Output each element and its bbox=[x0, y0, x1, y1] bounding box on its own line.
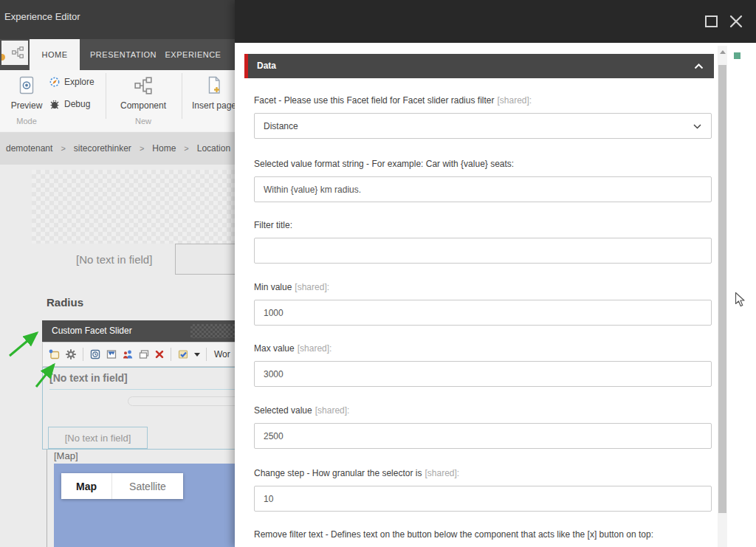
close-icon[interactable] bbox=[728, 13, 744, 30]
new-group-label: New bbox=[124, 117, 162, 125]
maximize-button[interactable] bbox=[705, 16, 718, 27]
shared-tag: [shared]: bbox=[425, 468, 459, 478]
scrollbar-thumb[interactable] bbox=[718, 65, 726, 513]
selected-option: Distance bbox=[264, 121, 298, 131]
mode-group-label: Mode bbox=[7, 117, 46, 125]
field-max-value: Max value[shared]: bbox=[254, 341, 712, 387]
breadcrumb-item[interactable]: sitecorethinker bbox=[74, 143, 131, 154]
field-label: Remove filter text - Defines text on the… bbox=[254, 529, 653, 540]
tab-experience[interactable]: EXPERIENCE bbox=[164, 39, 222, 70]
window-title: Experience Editor bbox=[4, 11, 80, 22]
ribbon-separator bbox=[106, 73, 106, 119]
field-label: Min value bbox=[254, 282, 292, 292]
debug-label: Debug bbox=[64, 99, 90, 109]
field-min-value: Min value[shared]: bbox=[254, 280, 712, 326]
shared-tag: [shared]: bbox=[497, 95, 532, 106]
data-section-header[interactable]: Data bbox=[244, 54, 714, 78]
max-value-input[interactable] bbox=[254, 361, 712, 387]
scroll-marker bbox=[734, 52, 740, 59]
preview-icon bbox=[4, 74, 49, 97]
screen: Experience Editor HOME PRESENTATION EXPE… bbox=[0, 0, 756, 547]
map-button[interactable]: Map bbox=[61, 473, 111, 499]
explore-icon bbox=[49, 76, 61, 88]
arrow-up-icon bbox=[720, 50, 726, 54]
field-change-step: Change step - How granular the selector … bbox=[254, 466, 712, 512]
field-filter-title: Filter title: bbox=[254, 218, 712, 264]
explore-button[interactable]: Explore bbox=[49, 76, 94, 88]
insert-page-icon bbox=[188, 74, 240, 97]
field-facet: Facet - Please use this Facet field for … bbox=[254, 93, 712, 139]
field-label: Max value bbox=[254, 343, 295, 354]
select-chevron-icon bbox=[693, 124, 701, 129]
arrow-to-gear-icon bbox=[36, 365, 54, 387]
insert-page-button[interactable]: Insert page bbox=[188, 74, 240, 111]
empty-text-field[interactable]: [No text in field] bbox=[76, 253, 152, 266]
radius-heading: Radius bbox=[47, 296, 83, 309]
dialog-titlebar bbox=[235, 0, 756, 43]
notification-dot-icon bbox=[1, 54, 5, 61]
component-icon bbox=[11, 47, 24, 58]
breadcrumb-item[interactable]: demotenant bbox=[6, 143, 52, 154]
tab-home[interactable]: HOME bbox=[30, 39, 80, 70]
preview-button[interactable]: Preview bbox=[4, 74, 49, 111]
quick-access-toolbar[interactable] bbox=[1, 41, 28, 65]
breadcrumb-item[interactable]: Location bbox=[197, 143, 230, 154]
mouse-cursor bbox=[735, 292, 746, 308]
shared-tag: [shared]: bbox=[295, 282, 329, 292]
tab-presentation[interactable]: PRESENTATION bbox=[89, 39, 158, 70]
field-remove-filter-text: Remove filter text - Defines text on the… bbox=[254, 527, 712, 540]
shared-tag: [shared]: bbox=[315, 405, 350, 416]
dialog-scrollbar[interactable] bbox=[718, 46, 727, 547]
insert-page-label: Insert page bbox=[188, 100, 240, 111]
min-value-input[interactable] bbox=[254, 300, 712, 326]
field-label: Selected value bbox=[254, 405, 312, 416]
satellite-button[interactable]: Satellite bbox=[112, 473, 183, 499]
field-label: Selected value format string - For examp… bbox=[254, 159, 514, 169]
arrow-to-component-header bbox=[10, 333, 37, 356]
slider-value-field[interactable]: [No text in field] bbox=[48, 427, 148, 449]
collapse-chevron-icon[interactable] bbox=[694, 63, 704, 69]
component-button[interactable]: Component bbox=[120, 74, 167, 111]
breadcrumb-separator: > bbox=[184, 144, 188, 153]
section-title: Data bbox=[257, 54, 276, 78]
map-type-control: Map Satellite bbox=[61, 473, 183, 499]
field-label: Filter title: bbox=[254, 220, 292, 230]
empty-image-placeholder[interactable] bbox=[32, 170, 235, 244]
change-step-input[interactable] bbox=[254, 486, 712, 512]
scroll-up-button[interactable] bbox=[718, 46, 727, 58]
ribbon-separator bbox=[182, 73, 182, 119]
field-label: Change step - How granular the selector … bbox=[254, 468, 422, 478]
facet-select[interactable]: Distance bbox=[254, 113, 712, 139]
shared-tag: [shared]: bbox=[298, 343, 332, 354]
format-string-input[interactable] bbox=[254, 176, 712, 202]
explore-label: Explore bbox=[64, 77, 94, 87]
field-label: Facet - Please use this Facet field for … bbox=[254, 95, 494, 106]
field-format-string: Selected value format string - For examp… bbox=[254, 156, 712, 202]
component-label: Component bbox=[120, 100, 167, 111]
breadcrumb-separator: > bbox=[61, 144, 65, 153]
component-icon bbox=[120, 74, 167, 97]
empty-input-box[interactable] bbox=[175, 244, 241, 275]
debug-button[interactable]: Debug bbox=[49, 98, 90, 110]
filter-title-input[interactable] bbox=[254, 238, 712, 264]
field-selected-value: Selected value[shared]: bbox=[254, 403, 712, 449]
map-field-label: [Map] bbox=[54, 450, 78, 461]
accent-bar bbox=[244, 54, 248, 78]
annotation-arrows bbox=[0, 314, 235, 402]
breadcrumb-separator: > bbox=[140, 144, 144, 153]
map-canvas[interactable]: Map Satellite bbox=[54, 464, 239, 547]
debug-icon bbox=[49, 98, 61, 110]
control-properties-dialog: Data Facet - Please use this Facet field… bbox=[235, 0, 756, 547]
selected-value-input[interactable] bbox=[254, 423, 712, 449]
preview-label: Preview bbox=[4, 100, 49, 111]
map-section: [Map] Map Satellite bbox=[47, 450, 238, 547]
breadcrumb-item[interactable]: Home bbox=[152, 143, 176, 154]
